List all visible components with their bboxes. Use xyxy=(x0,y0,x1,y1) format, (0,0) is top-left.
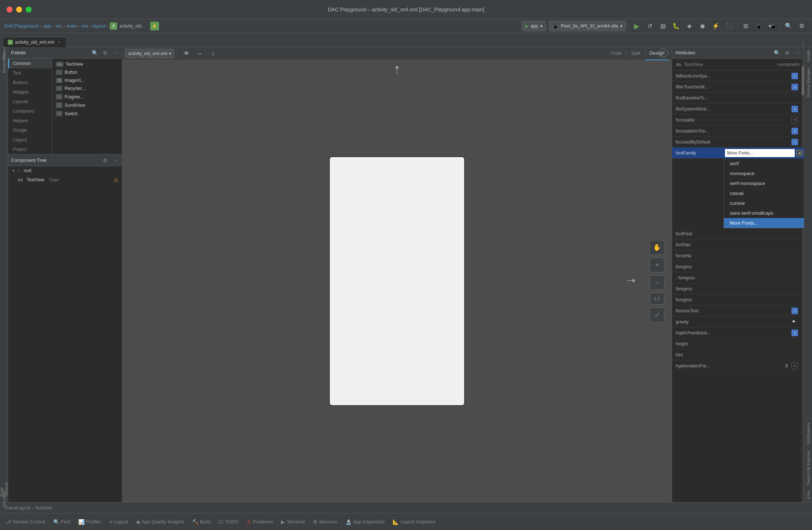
view-tab-code[interactable]: Code xyxy=(606,47,626,60)
attr-row-forceHa[interactable]: forceHa xyxy=(672,250,804,261)
attr-dropdown-hyphen[interactable]: ▾ xyxy=(791,363,798,369)
palette-settings-btn[interactable]: ⚙ xyxy=(101,49,109,57)
close-button[interactable] xyxy=(7,7,12,12)
breadcrumb-res[interactable]: res xyxy=(82,23,88,29)
font-item-serif[interactable]: serif xyxy=(724,159,804,168)
file-action-btn[interactable]: ⚡ xyxy=(150,22,159,30)
palette-item-scrollview[interactable]: ◫ ScrollView xyxy=(54,101,120,109)
breadcrumb-main[interactable]: main xyxy=(66,23,77,29)
canvas-help-btn[interactable]: ? xyxy=(659,48,668,57)
attr-row-hint[interactable]: hint xyxy=(672,349,804,360)
palette-search-btn[interactable]: 🔍 xyxy=(91,49,98,57)
palette-cat-helpers[interactable]: Helpers xyxy=(8,116,52,126)
bottom-services[interactable]: ⚙ Services xyxy=(309,516,341,528)
attr-row-fontVari[interactable]: fontVari xyxy=(672,239,804,250)
layout-editor-btn[interactable]: ⊞ xyxy=(740,21,751,31)
attr-minus-focusedBy[interactable]: − xyxy=(791,139,798,145)
attr-row-gravity[interactable]: gravity ⚑ xyxy=(672,316,804,327)
device-dropdown[interactable]: 📱 Pixel_3a_API_33_arm64-v8a ▾ xyxy=(549,21,626,31)
component-tree-close-btn[interactable]: − xyxy=(112,157,119,164)
palette-cat-google[interactable]: Google xyxy=(8,126,52,135)
sidebar-device-manager[interactable]: Device Manager xyxy=(805,65,811,100)
device-mirror-btn[interactable]: 📱 xyxy=(753,21,765,31)
font-family-dropdown[interactable]: ▾ serif monospace serif-monospace casual… xyxy=(723,148,804,228)
attr-row-focusable[interactable]: focusable ▾ xyxy=(672,115,804,126)
breadcrumb-dacplayground[interactable]: DACPlayground xyxy=(4,23,39,29)
hand-tool-btn[interactable]: ✋ xyxy=(650,240,664,255)
sidebar-notifications[interactable]: Notifications xyxy=(805,420,811,447)
attr-row-hyphenationFre[interactable]: hyphenationFre... 0 ▾ xyxy=(672,360,804,371)
font-item-sans-serif-smallcaps[interactable]: sans-serif-smallcaps xyxy=(724,208,804,218)
expand-btn[interactable]: ⤢ xyxy=(650,308,664,322)
sidebar-swipe-file-explorer[interactable]: Swice File Explorer xyxy=(805,447,811,488)
tree-item-root[interactable]: ▼ □ root xyxy=(8,166,122,175)
palette-item-switch[interactable]: ⊙ Switch xyxy=(54,109,120,118)
attr-row-hapticFeedback[interactable]: hapticFeedback... − xyxy=(672,327,804,338)
font-item-cursive[interactable]: cursive xyxy=(724,198,804,208)
palette-cat-containers[interactable]: Containers xyxy=(8,106,52,116)
breadcrumb-layout[interactable]: layout xyxy=(93,23,105,29)
run-button[interactable]: ▶ xyxy=(631,21,642,31)
sidebar-emu[interactable]: Emu xyxy=(805,488,811,502)
view-tab-split[interactable]: Split xyxy=(627,47,645,60)
zoom-fit-btn[interactable]: 1:1 xyxy=(650,293,664,305)
attr-minus-focusableIn[interactable]: − xyxy=(791,128,798,134)
bottom-app-inspection[interactable]: 🔬 App Inspection xyxy=(342,516,388,528)
palette-cat-legacy[interactable]: Legacy xyxy=(8,135,52,145)
attr-minus-fitsSystem[interactable]: − xyxy=(791,106,798,112)
tree-item-textview[interactable]: Ab TextView "Ciao" ⚠ xyxy=(14,175,122,185)
attr-row-focusedByDefault[interactable]: focusedByDefault − xyxy=(672,137,804,148)
zoom-in-btn[interactable]: + xyxy=(650,258,664,272)
attr-row-focusableInTou[interactable]: focusableInTou... − xyxy=(672,126,804,137)
attr-row-filterTouchesW[interactable]: filterTouchesW... − xyxy=(672,81,804,92)
sidebar-structure[interactable]: Structure xyxy=(1,495,7,502)
palette-cat-text[interactable]: Text xyxy=(8,68,52,78)
attributes-search-btn[interactable]: 🔍 xyxy=(773,49,780,57)
coverage-btn[interactable]: ◈ xyxy=(683,21,695,31)
attr-row-firstBaselineTo[interactable]: firstBaselineTo... xyxy=(672,92,804,104)
sidebar-bookmarks[interactable]: Bookmarks xyxy=(1,59,7,66)
bottom-build[interactable]: 🔨 Build xyxy=(188,516,214,528)
maximize-button[interactable] xyxy=(26,7,32,12)
bottom-profiler[interactable]: 📊 Profiler xyxy=(75,516,105,528)
palette-item-button[interactable]: □ Button xyxy=(54,68,120,76)
canvas-filename-dropdown[interactable]: activity_old_xml.xml ▾ xyxy=(125,49,174,58)
bottom-layout-inspector[interactable]: 📐 Layout Inspector xyxy=(389,516,439,528)
bottom-app-quality[interactable]: ◆ App Quality Insights xyxy=(133,516,188,528)
palette-cat-buttons[interactable]: Buttons xyxy=(8,78,52,87)
font-item-serif-monospace[interactable]: serif-monospace xyxy=(724,178,804,188)
attr-minus-haptic[interactable]: − xyxy=(791,330,798,336)
attr-row-height[interactable]: height xyxy=(672,338,804,349)
build-btn[interactable]: ▤ xyxy=(657,21,669,31)
attr-row-foregrou-expand[interactable]: › foregrou xyxy=(672,272,804,283)
breadcrumb-src[interactable]: src xyxy=(56,23,62,29)
canvas-layout-btn[interactable]: ↕ xyxy=(207,48,219,59)
avd-btn[interactable]: 📲 xyxy=(766,21,778,31)
attr-row-fontFamily[interactable]: fontFamily ▾ serif monospace serif-monos… xyxy=(672,148,804,159)
font-family-input[interactable] xyxy=(725,149,795,157)
palette-item-fragment[interactable]: ◫ Fragme... xyxy=(54,92,120,101)
minimize-button[interactable] xyxy=(16,7,22,12)
sidebar-gradle[interactable]: Gradle xyxy=(805,47,811,65)
component-tree-settings-btn[interactable]: ⚙ xyxy=(101,157,109,164)
attr-row-fitsSystemWind[interactable]: fitsSystemWind... − xyxy=(672,104,804,115)
attr-row-fontFeat[interactable]: fontFeat xyxy=(672,228,804,239)
palette-cat-project[interactable]: Project xyxy=(8,145,52,154)
palette-item-imageview[interactable]: 🖼 ImageVi... xyxy=(54,76,120,84)
palette-close-btn[interactable]: − xyxy=(112,49,119,57)
palette-cat-widgets[interactable]: Widgets xyxy=(8,87,52,97)
bottom-todo[interactable]: ☑ TODO xyxy=(215,516,242,528)
tab-activity-xml[interactable]: A activity_old_xml.xml × xyxy=(3,37,66,47)
stop-btn[interactable]: ⬛ xyxy=(723,21,735,31)
attr-row-foregrou3[interactable]: foregrou xyxy=(672,283,804,294)
app-dropdown[interactable]: ▶ app ▾ xyxy=(522,21,546,31)
palette-item-recyclerview[interactable]: ≡ Recycler... xyxy=(54,84,120,92)
bottom-terminal[interactable]: ▶ Terminal xyxy=(277,516,308,528)
font-item-casual[interactable]: casual xyxy=(724,188,804,198)
font-dropdown-arrow[interactable]: ▾ xyxy=(796,150,803,156)
attr-minus-fallback[interactable]: − xyxy=(791,73,798,79)
palette-item-textview[interactable]: Ab TextView xyxy=(54,60,120,68)
attr-row-fallbackLineSpa[interactable]: fallbackLineSpa... − xyxy=(672,70,804,81)
attr-scrollbar-thumb[interactable] xyxy=(802,66,804,95)
font-item-more-fonts[interactable]: More Fonts... xyxy=(724,218,804,228)
